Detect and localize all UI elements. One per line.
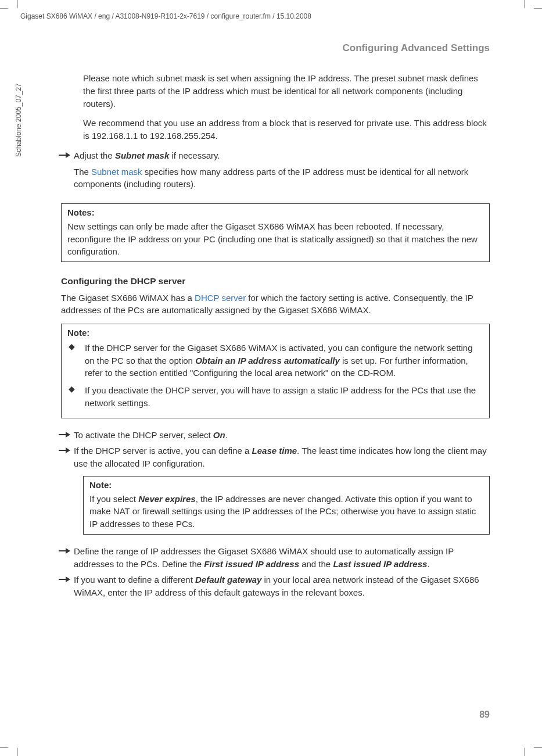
crop-mark (524, 0, 525, 8)
step-sub-paragraph: The Subnet mask specifies how many addre… (74, 166, 490, 191)
text-part: and the (299, 559, 333, 569)
notes-body: New settings can only be made after the … (67, 220, 483, 258)
bold-italic: On (213, 430, 225, 440)
crop-mark (534, 8, 542, 9)
bold-italic: First issued IP address (204, 559, 299, 569)
note-title: Note: (67, 327, 483, 339)
svg-marker-9 (66, 576, 70, 582)
text-part: To activate the DHCP server, select (74, 430, 213, 440)
spine-label: Schablone 2005_07_27 (14, 83, 24, 157)
step-item: Define the range of IP addresses the Gig… (61, 545, 490, 571)
subheading-dhcp: Configuring the DHCP server (61, 275, 490, 288)
arrow-icon (61, 545, 74, 571)
step-item: To activate the DHCP server, select On. (61, 429, 490, 442)
note-box: Note: ◆ If the DHCP server for the Gigas… (61, 324, 490, 418)
header-path: Gigaset SX686 WiMAX / eng / A31008-N919-… (20, 12, 490, 22)
note-title: Note: (89, 479, 483, 492)
crop-mark (534, 747, 542, 748)
note-box: Note: If you select Never expires, the I… (83, 476, 490, 535)
text-part: The Gigaset SX686 WiMAX has a (61, 293, 195, 303)
note-body: If you select Never expires, the IP addr… (89, 493, 483, 531)
step-item: Adjust the Subnet mask if necessary. The… (61, 149, 490, 198)
bold-italic: Never expires (138, 494, 195, 504)
step-item: If you want to define a different Defaul… (61, 574, 490, 599)
step-text: Define the range of IP addresses the Gig… (74, 545, 490, 571)
svg-marker-7 (66, 548, 70, 554)
body-paragraph: The Gigaset SX686 WiMAX has a DHCP serve… (61, 292, 490, 317)
arrow-icon (61, 445, 74, 470)
text-part: . (427, 559, 429, 569)
notes-title: Notes: (67, 206, 483, 219)
bold-italic: Last issued IP address (333, 559, 427, 569)
section-header: Configuring Advanced Settings (61, 41, 490, 56)
arrow-icon (61, 149, 74, 198)
step-text-part: if necessary. (169, 151, 220, 160)
step-bold: Subnet mask (115, 151, 169, 160)
diamond-icon: ◆ (67, 384, 85, 410)
svg-marker-5 (66, 447, 70, 453)
text-part: If the DHCP server is active, you can de… (74, 446, 252, 456)
step-text-part: Adjust the (74, 151, 115, 160)
crop-mark (17, 748, 18, 756)
crop-mark (524, 748, 525, 756)
crop-mark (0, 8, 8, 9)
page-number: 89 (479, 708, 490, 721)
step-text: To activate the DHCP server, select On. (74, 429, 490, 442)
bold-italic: Default gateway (195, 575, 261, 585)
text-part: The (74, 167, 91, 177)
arrow-icon (61, 574, 74, 599)
svg-marker-1 (66, 152, 70, 158)
step-text: If the DHCP server is active, you can de… (74, 445, 490, 470)
diamond-icon: ◆ (67, 342, 85, 379)
text-part: If you select (89, 494, 138, 504)
link-dhcp-server[interactable]: DHCP server (195, 293, 246, 303)
note-list-text: If the DHCP server for the Gigaset SX686… (85, 342, 483, 379)
note-list-item: ◆ If the DHCP server for the Gigaset SX6… (67, 342, 483, 379)
body-paragraph: We recommend that you use an address fro… (83, 117, 490, 142)
body-paragraph: Please note which subnet mask is set whe… (83, 72, 490, 110)
note-list: ◆ If the DHCP server for the Gigaset SX6… (67, 342, 483, 410)
bold-italic: Lease time (252, 446, 297, 456)
notes-box: Notes: New settings can only be made aft… (61, 203, 490, 262)
link-subnet-mask[interactable]: Subnet mask (91, 167, 142, 177)
text-part: . (225, 430, 228, 440)
note-list-item: ◆ If you deactivate the DHCP server, you… (67, 384, 483, 410)
note-list-text: If you deactivate the DHCP server, you w… (85, 384, 483, 410)
crop-mark (17, 0, 18, 8)
svg-marker-3 (66, 432, 70, 438)
arrow-icon (61, 429, 74, 442)
step-text: If you want to define a different Defaul… (74, 574, 490, 599)
step-text: Adjust the Subnet mask if necessary. The… (74, 149, 490, 198)
step-item: If the DHCP server is active, you can de… (61, 445, 490, 470)
text-part: If you want to define a different (74, 575, 195, 585)
bold-italic: Obtain an IP address automatically (195, 356, 340, 366)
crop-mark (0, 747, 8, 748)
